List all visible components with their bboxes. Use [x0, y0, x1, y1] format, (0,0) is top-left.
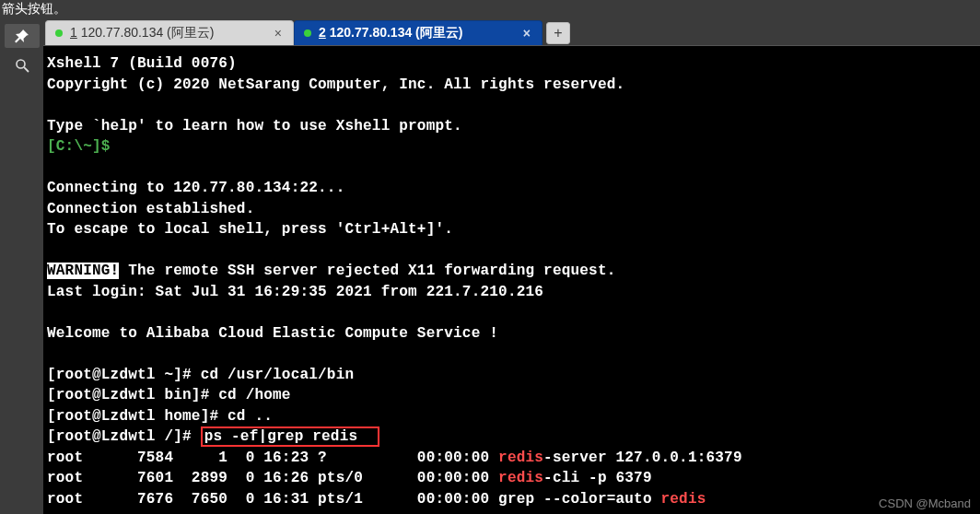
main-row: 1 120.77.80.134 (阿里云) × 2 120.77.80.134 … — [0, 20, 980, 514]
close-icon[interactable]: × — [519, 26, 534, 41]
tab-session-2[interactable]: 2 120.77.80.134 (阿里云) × — [294, 20, 542, 45]
tab-session-1[interactable]: 1 120.77.80.134 (阿里云) × — [45, 20, 294, 45]
search-icon[interactable] — [5, 53, 40, 77]
connection-status-icon — [55, 29, 63, 37]
new-tab-button[interactable]: + — [546, 22, 570, 44]
tab-label: 2 120.77.80.134 (阿里云) — [319, 25, 462, 41]
watermark-text: CSDN @Mcband — [879, 496, 971, 510]
close-icon[interactable]: × — [271, 26, 286, 41]
content-area: 1 120.77.80.134 (阿里云) × 2 120.77.80.134 … — [43, 20, 980, 514]
sidebar — [0, 20, 43, 514]
pin-icon[interactable] — [5, 24, 40, 48]
svg-line-1 — [24, 67, 29, 72]
terminal-output[interactable]: Xshell 7 (Build 0076) Copyright (c) 2020… — [43, 46, 980, 514]
svg-point-0 — [17, 60, 25, 68]
window-hint-text: 箭头按钮。 — [0, 0, 980, 20]
tab-label: 1 120.77.80.134 (阿里云) — [70, 25, 214, 41]
connection-status-icon — [304, 29, 311, 37]
tab-bar: 1 120.77.80.134 (阿里云) × 2 120.77.80.134 … — [43, 20, 980, 46]
